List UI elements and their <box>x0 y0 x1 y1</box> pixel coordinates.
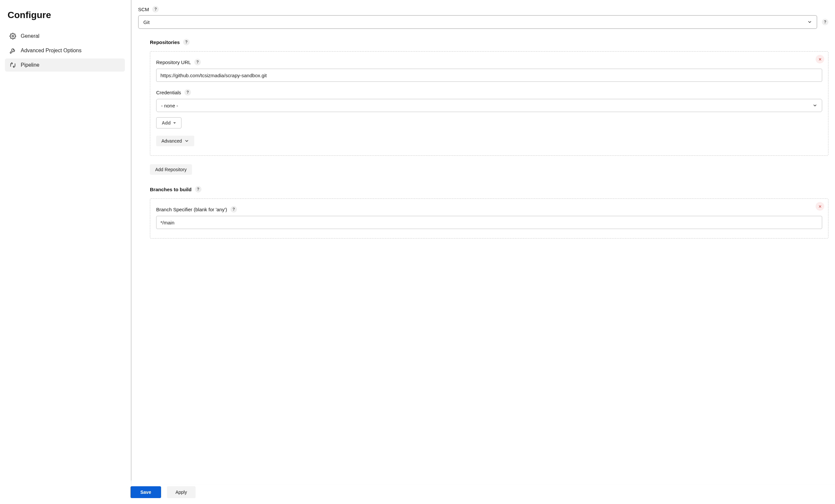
sidebar-item-advanced-options[interactable]: Advanced Project Options <box>5 44 125 57</box>
credentials-label: Credentials <box>156 90 181 95</box>
help-icon[interactable]: ? <box>184 89 191 96</box>
sidebar-item-pipeline[interactable]: Pipeline <box>5 59 125 71</box>
repository-url-label: Repository URL <box>156 60 191 65</box>
add-button-label: Add <box>162 120 170 126</box>
add-repository-button[interactable]: Add Repository <box>150 164 192 175</box>
repository-url-input[interactable] <box>156 69 822 82</box>
sidebar-item-label: General <box>21 33 39 39</box>
wrench-icon <box>9 47 16 54</box>
chevron-down-icon <box>184 139 189 143</box>
scm-select-value: Git <box>143 19 149 25</box>
branch-specifier-label: Branch Specifier (blank for 'any') <box>156 207 227 212</box>
close-icon <box>818 58 822 61</box>
repositories-title: Repositories <box>150 39 180 45</box>
svg-point-0 <box>12 36 14 37</box>
main-content: SCM ? Git ? Repositories ? Repositor <box>131 0 835 504</box>
credentials-select-value: - none - <box>161 103 178 108</box>
scm-select[interactable]: Git <box>138 15 817 29</box>
help-icon[interactable]: ? <box>194 59 201 65</box>
gear-icon <box>9 33 16 39</box>
apply-button[interactable]: Apply <box>167 486 196 498</box>
branch-block: Branch Specifier (blank for 'any') ? <box>150 198 829 238</box>
sidebar-item-general[interactable]: General <box>5 29 125 43</box>
caret-down-icon <box>173 122 176 124</box>
save-button[interactable]: Save <box>130 486 161 498</box>
help-icon[interactable]: ? <box>230 206 237 213</box>
branch-specifier-input[interactable] <box>156 216 822 229</box>
scm-label: SCM <box>138 6 149 12</box>
add-repository-label: Add Repository <box>155 167 187 172</box>
credentials-select[interactable]: - none - <box>156 99 822 112</box>
remove-branch-button[interactable] <box>816 202 824 211</box>
close-icon <box>818 205 822 208</box>
help-icon[interactable]: ? <box>183 39 190 45</box>
help-icon[interactable]: ? <box>195 186 202 192</box>
help-icon[interactable]: ? <box>152 6 159 13</box>
page-title: Configure <box>7 10 125 20</box>
branches-title: Branches to build <box>150 187 192 192</box>
advanced-toggle-button[interactable]: Advanced <box>156 136 194 146</box>
save-button-label: Save <box>140 489 151 495</box>
sidebar-item-label: Pipeline <box>21 62 39 68</box>
pipeline-icon <box>9 62 16 68</box>
advanced-button-label: Advanced <box>161 138 182 144</box>
chevron-down-icon <box>813 103 817 108</box>
remove-repository-button[interactable] <box>816 55 824 63</box>
footer-bar: Save Apply <box>130 480 835 504</box>
help-icon[interactable]: ? <box>822 19 829 25</box>
repository-block: Repository URL ? Credentials ? - none - <box>150 51 829 156</box>
sidebar: Configure General Advanced Project Optio… <box>0 0 128 504</box>
add-credentials-button[interactable]: Add <box>156 117 181 128</box>
apply-button-label: Apply <box>176 489 187 495</box>
sidebar-item-label: Advanced Project Options <box>21 48 82 54</box>
chevron-down-icon <box>808 20 812 24</box>
